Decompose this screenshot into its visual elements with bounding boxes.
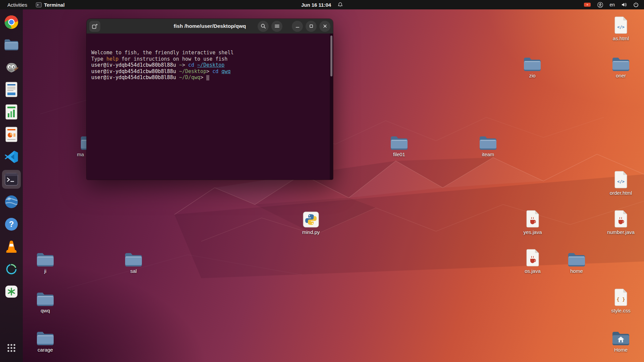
dock-item-libreoffice-writer[interactable] — [2, 80, 21, 99]
dock: ? — [0, 9, 23, 362]
terminal-output: Welcome to fish, the friendly interactiv… — [91, 50, 328, 81]
desktop-icon-carage[interactable]: carage — [28, 326, 63, 353]
keyboard-layout-indicator[interactable]: en — [609, 2, 615, 7]
new-tab-button[interactable] — [89, 21, 100, 32]
folder-icon — [36, 326, 54, 346]
dock-item-ide[interactable] — [2, 260, 21, 279]
desktop-icon-zio[interactable]: zio — [515, 52, 550, 78]
desktop-icon-oner[interactable]: oner — [603, 52, 638, 78]
svg-text:{ }: { } — [616, 297, 625, 302]
maximize-button[interactable] — [306, 21, 317, 32]
dock-item-help[interactable]: ? — [2, 215, 21, 234]
folder-icon — [523, 52, 541, 71]
html-icon: </> — [613, 169, 629, 189]
screencast-indicator-icon[interactable] — [584, 2, 591, 7]
desktop-icon-label: ma — [77, 152, 84, 157]
java-icon — [525, 247, 540, 267]
desktop-icon-os.java[interactable]: os.java — [515, 247, 550, 274]
dock-item-gimp[interactable] — [2, 58, 21, 76]
search-button[interactable] — [258, 21, 269, 32]
menu-icon — [274, 23, 280, 29]
desktop-icon-as.html[interactable]: </>as.html — [603, 15, 638, 41]
dock-item-browser[interactable] — [2, 192, 21, 211]
gimp-icon — [4, 60, 19, 74]
maximize-icon — [309, 23, 314, 29]
desktop-icon-label: carage — [38, 347, 53, 353]
desktop-icon-Home[interactable]: Home — [603, 326, 638, 353]
terminal-cursor — [206, 75, 209, 80]
close-icon — [322, 23, 328, 29]
focused-app-name: Terminal — [44, 2, 64, 8]
dock-item-vlc[interactable] — [2, 237, 21, 256]
desktop-icon-home[interactable]: home — [559, 247, 594, 274]
terminal-line: user@iv-ydqb454d1cbw80b8l88u ~> cd ~/Des… — [91, 62, 328, 68]
svg-text:</>: </> — [617, 179, 625, 184]
dark-ring-icon — [4, 262, 19, 277]
folder-icon — [36, 287, 54, 306]
folder-icon — [124, 247, 143, 267]
desktop-icon-ji[interactable]: ji — [28, 247, 63, 274]
power-icon[interactable] — [633, 2, 639, 7]
terminal-content[interactable]: Welcome to fish, the friendly interactiv… — [87, 34, 333, 180]
desktop-icon-label: order.html — [610, 190, 632, 196]
desktop: Activities Terminal Jun 16 11:04 en — [0, 0, 644, 362]
desktop-icon-label: as.html — [613, 36, 629, 41]
terminal-scrollbar[interactable] — [330, 34, 333, 180]
terminal-line: user@iv-ydqb454d1cbw80b8l88u ~/Desktop> … — [91, 68, 328, 75]
top-bar: Activities Terminal Jun 16 11:04 en — [0, 0, 644, 9]
globe-icon — [4, 194, 19, 209]
terminal-titlebar[interactable]: fish /home/user/Desktop/qwq — [87, 19, 333, 34]
desktop-icon-label: zio — [529, 73, 535, 78]
focused-app-menu[interactable]: Terminal — [36, 2, 64, 8]
vlc-icon — [4, 239, 19, 254]
volume-icon[interactable] — [621, 2, 627, 7]
impress-icon — [5, 126, 18, 142]
folder-icon — [390, 131, 408, 150]
dock-item-libreoffice-calc[interactable] — [2, 103, 21, 121]
desktop-icon-number.java[interactable]: number.java — [603, 208, 638, 235]
close-button[interactable] — [319, 21, 330, 32]
desktop-icon-file01[interactable]: file01 — [382, 131, 417, 157]
desktop-icon-sal[interactable]: sal — [116, 247, 151, 274]
terminal-icon — [4, 172, 19, 187]
java-icon — [525, 208, 540, 228]
dock-item-software[interactable] — [2, 282, 21, 301]
folder-icon — [612, 52, 630, 71]
apps-grid-icon — [6, 343, 16, 353]
folder-icon — [479, 131, 497, 150]
terminal-scrollbar-thumb[interactable] — [330, 36, 332, 76]
desktop-icon-qwq[interactable]: qwq — [28, 287, 63, 313]
desktop-icon-order.html[interactable]: </>order.html — [603, 169, 638, 196]
desktop-icon-label: Home — [614, 347, 628, 353]
desktop-icon-label: os.java — [525, 268, 541, 274]
dock-item-terminal[interactable] — [2, 170, 21, 189]
desktop-icon-label: yes.java — [523, 229, 542, 235]
clock-menu[interactable]: Jun 16 11:04 — [301, 2, 343, 8]
notification-bell-icon — [338, 2, 343, 7]
desktop-icon-style.css[interactable]: { }style.css — [603, 287, 638, 313]
terminal-mini-icon — [36, 2, 42, 7]
desktop-icon-label: ji — [44, 268, 47, 274]
desktop-icon-label: number.java — [607, 229, 635, 235]
activities-button[interactable]: Activities — [5, 1, 30, 8]
clock: Jun 16 11:04 — [301, 2, 331, 8]
minimize-button[interactable] — [292, 21, 303, 32]
desktop-icon-yes.java[interactable]: yes.java — [515, 208, 550, 235]
search-icon — [261, 23, 266, 29]
folder-icon — [36, 247, 54, 267]
desktop-icon-label: style.css — [611, 308, 631, 313]
css-icon: { } — [613, 287, 629, 306]
desktop-icon-iteam[interactable]: iteam — [471, 131, 505, 157]
html-icon: </> — [613, 15, 629, 34]
dock-item-files[interactable] — [2, 35, 21, 54]
dock-item-vscode[interactable] — [2, 147, 21, 166]
terminal-line: user@iv-ydqb454d1cbw80b8l88u ~/D/qwq> — [91, 74, 328, 81]
dock-item-libreoffice-impress[interactable] — [2, 125, 21, 144]
desktop-icon-mind.py[interactable]: mind.py — [293, 208, 328, 235]
dock-item-chrome[interactable] — [2, 13, 21, 32]
folder-icon — [568, 247, 586, 267]
accessibility-menu-icon[interactable] — [597, 2, 603, 8]
show-apps-button[interactable] — [2, 339, 21, 357]
menu-button[interactable] — [271, 21, 282, 32]
terminal-window: fish /home/user/Desktop/qwq Welcome to f… — [87, 19, 333, 180]
